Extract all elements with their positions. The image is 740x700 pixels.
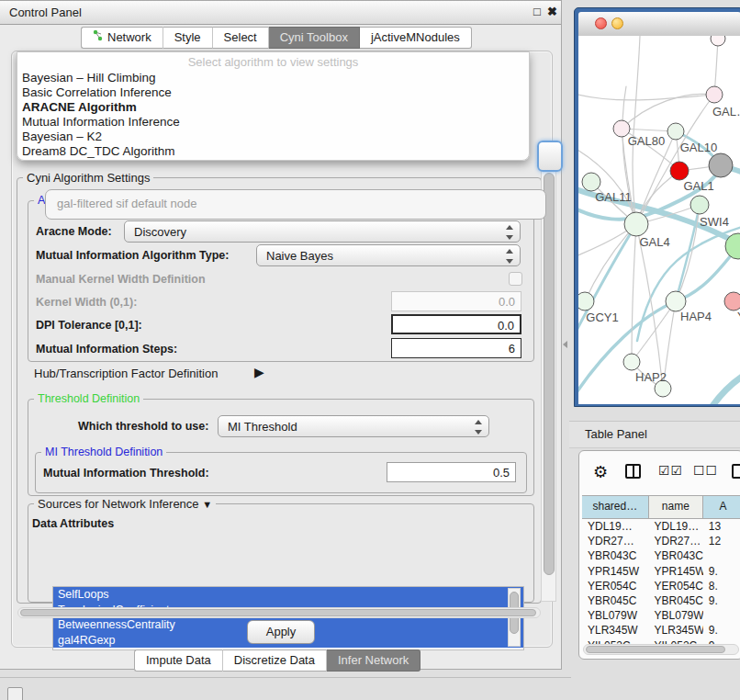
column-header-2[interactable]: A	[703, 496, 740, 518]
bottom-divider	[0, 677, 571, 678]
stepper-icon	[474, 420, 482, 435]
network-node-GAL4[interactable]	[624, 212, 648, 236]
popup-item-4[interactable]: Bayesian – K2	[22, 130, 102, 143]
expand-right-icon[interactable]: ▶	[254, 365, 264, 379]
collapse-down-icon[interactable]: ▼	[202, 499, 212, 510]
sources-title-text: Sources for Network Inference	[38, 497, 199, 511]
network-selector-value: gal-filtered sif default node	[57, 197, 196, 210]
column-header-0[interactable]: shared…	[582, 496, 649, 518]
kernel-width-field[interactable]: 0.0	[391, 291, 521, 311]
mi-steps-field[interactable]: 6	[391, 338, 521, 358]
table-body[interactable]: YDL19…YDL19…13YDR27…YDR27…12YBR043CYBR04…	[582, 519, 740, 648]
splitter-arrow-icon[interactable]	[563, 341, 567, 348]
stepper-icon	[505, 225, 513, 240]
network-view-window: GAL…GAL80GAL10GAL1GAL11SWI4GAL4GCY1HAP4Y…	[574, 7, 740, 407]
network-node-gray-node[interactable]	[709, 153, 733, 177]
which-threshold-combo[interactable]: MI Threshold	[218, 415, 489, 437]
table-row[interactable]: YLR345WYLR345W9.	[582, 623, 740, 638]
popup-item-1[interactable]: Basic Correlation Inference	[22, 85, 172, 99]
dpi-tolerance-field[interactable]: 0.0	[391, 314, 521, 334]
table-row[interactable]: YBL079WYBL079W	[582, 608, 740, 623]
settings-hscrollbar[interactable]	[17, 607, 541, 618]
network-node-GCY1[interactable]	[578, 292, 594, 310]
close-window-icon[interactable]: ✖	[547, 5, 557, 18]
partial-checkbox-icon[interactable]	[7, 687, 23, 700]
network-node-top-node[interactable]	[711, 36, 725, 46]
inference-algorithm-combo-fragment[interactable]	[537, 141, 563, 172]
sources-label[interactable]: Sources for Network Inference ▼	[34, 498, 216, 511]
partial-toolbar-icon[interactable]	[732, 464, 740, 479]
tab-style[interactable]: Style	[163, 27, 213, 49]
node-label-GAL10: GAL10	[680, 141, 717, 154]
popup-item-3[interactable]: Mutual Information Inference	[22, 115, 180, 129]
aracne-mode-combo[interactable]: Discovery	[124, 220, 521, 243]
network-node-GAL11[interactable]	[582, 173, 600, 191]
columns-icon[interactable]	[625, 464, 641, 479]
network-node-GAL10[interactable]	[667, 123, 684, 140]
aracne-mode-label: Aracne Mode:	[36, 225, 112, 238]
zoom-light-icon[interactable]	[628, 17, 640, 29]
float-window-icon[interactable]: □	[533, 5, 541, 18]
mi-algorithm-type-combo[interactable]: Naive Bayes	[256, 244, 521, 266]
column-header-1[interactable]: name	[649, 496, 703, 518]
data-attributes-label: Data Attributes	[32, 517, 114, 530]
network-node-GAL1[interactable]	[690, 196, 709, 214]
tab-label: Impute Data	[146, 650, 211, 671]
table-hscrollbar[interactable]	[583, 644, 739, 655]
table-row[interactable]: YDL19…YDL19…13	[582, 519, 740, 534]
node-label-GAL80: GAL80	[628, 134, 665, 148]
control-panel-titlebar[interactable]: Control Panel □ ✖	[0, 1, 561, 25]
network-window-titlebar[interactable]	[578, 12, 740, 37]
tab-network[interactable]: Network	[81, 27, 163, 49]
popup-item-5[interactable]: Dream8 DC_TDC Algorithm	[22, 144, 175, 158]
bottom-tab-infer-network[interactable]: Infer Network	[327, 649, 420, 672]
node-table[interactable]: shared…nameA YDL19…YDL19…13YDR27…YDR27…1…	[582, 495, 740, 648]
cyni-algorithm-settings-label: Cyni Algorithm Settings	[23, 172, 153, 184]
popup-item-2[interactable]: ARACNE Algorithm	[22, 100, 137, 114]
network-node-HAP4[interactable]	[666, 291, 686, 311]
network-node-GAL2[interactable]	[706, 86, 723, 103]
tab-select[interactable]: Select	[213, 27, 269, 49]
checked-boxes-icon[interactable]: ☑☑	[658, 463, 683, 478]
close-light-icon[interactable]	[595, 17, 607, 29]
network-graph: GAL…GAL80GAL10GAL1GAL11SWI4GAL4GCY1HAP4Y…	[578, 36, 740, 404]
network-node-Y-node[interactable]	[724, 292, 740, 310]
table-row[interactable]: YBR045CYBR045C9.	[582, 593, 740, 608]
popup-item-0[interactable]: Bayesian – Hill Climbing	[22, 71, 156, 85]
table-cell: 9.	[703, 623, 740, 638]
tab-cyni-toolbox[interactable]: Cyni Toolbox	[269, 27, 360, 49]
node-label-GAL1: GAL1	[683, 179, 713, 193]
table-row[interactable]: YPR145WYPR145W9.	[582, 564, 740, 579]
network-edge	[632, 224, 636, 362]
window-title: Control Panel	[9, 6, 82, 19]
table-row[interactable]: YDR27…YDR27…12	[582, 534, 740, 548]
table-cell: YBR043C	[582, 548, 649, 563]
apply-button[interactable]: Apply	[247, 620, 315, 644]
attribute-item-SelfLoops[interactable]: SelfLoops	[53, 587, 523, 603]
node-label-HAP4: HAP4	[680, 310, 712, 323]
minimize-light-icon[interactable]	[611, 17, 623, 29]
table-header-row[interactable]: shared…nameA	[582, 495, 740, 519]
network-selector-combo[interactable]: gal-filtered sif default node	[45, 189, 546, 220]
gear-icon[interactable]: ⚙	[593, 462, 608, 482]
aracne-mode-value: Discovery	[134, 225, 186, 239]
tab-label: Infer Network	[338, 650, 409, 671]
tab-jactivemnodules[interactable]: jActiveMNodules	[360, 27, 472, 49]
manual-kernel-checkbox[interactable]	[509, 272, 522, 286]
table-row[interactable]: YER054CYER054C8.	[582, 579, 740, 593]
tab-label: Network	[107, 28, 151, 48]
settings-vscrollbar[interactable]	[541, 168, 556, 602]
hub-definition-label[interactable]: Hub/Transcription Factor Definition	[34, 367, 218, 380]
bottom-tab-impute-data[interactable]: Impute Data	[134, 649, 223, 672]
mi-threshold-field[interactable]: 0.5	[387, 462, 516, 482]
unchecked-boxes-icon[interactable]: ☐☐	[693, 463, 718, 478]
table-cell: YDL19…	[582, 519, 649, 534]
network-canvas[interactable]: GAL…GAL80GAL10GAL1GAL11SWI4GAL4GCY1HAP4Y…	[578, 36, 740, 404]
table-cell: YBR043C	[649, 548, 703, 563]
network-node-red-node[interactable]	[670, 162, 689, 180]
table-cell: YPR145W	[582, 564, 649, 579]
table-row[interactable]: YBR043CYBR043C	[582, 548, 740, 563]
network-node-HAP2[interactable]	[623, 354, 640, 370]
node-label-GCY1: GCY1	[586, 310, 618, 324]
bottom-tab-discretize-data[interactable]: Discretize Data	[223, 649, 327, 672]
